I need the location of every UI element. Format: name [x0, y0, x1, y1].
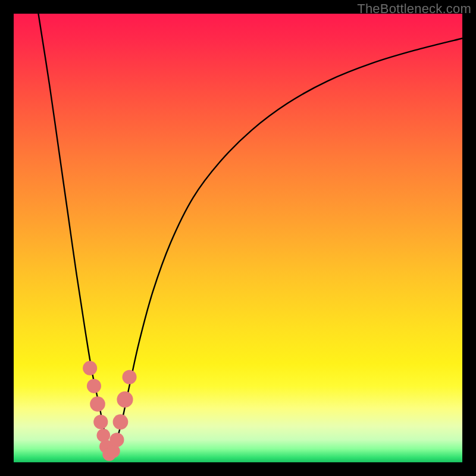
valley-marker-0 — [83, 361, 97, 375]
valley-marker-1 — [87, 379, 101, 393]
valley-marker-9 — [113, 414, 129, 430]
marker-layer — [83, 361, 136, 461]
valley-marker-4 — [96, 428, 110, 442]
plot-area — [14, 14, 462, 462]
watermark-text: TheBottleneck.com — [357, 1, 471, 17]
outer-frame: TheBottleneck.com — [0, 0, 476, 476]
curve-left-branch — [38, 14, 110, 458]
curve-right-branch — [110, 38, 462, 458]
curve-layer — [38, 14, 462, 458]
valley-marker-10 — [117, 392, 133, 408]
chart-svg — [14, 14, 462, 462]
valley-marker-11 — [122, 370, 136, 384]
valley-marker-8 — [109, 433, 124, 447]
valley-marker-3 — [93, 415, 108, 429]
valley-marker-2 — [90, 396, 105, 412]
